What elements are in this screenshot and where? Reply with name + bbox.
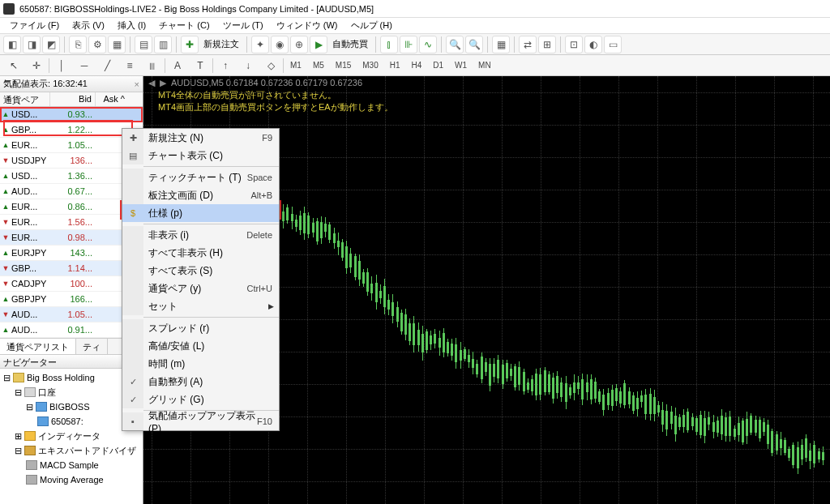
ctx-hide[interactable]: 非表示 (i)Delete [122,226,279,244]
title-bar: 650587: BIGBOSSHoldings-LIVE2 - Big Boss… [0,0,830,18]
menu-chart[interactable]: チャート (C) [152,18,216,33]
col-ask[interactable]: Ask ^ [96,92,128,106]
tab-symbol-list[interactable]: 通貨ペアリスト [0,339,76,354]
tf-h4[interactable]: H4 [407,59,427,71]
ctx-spread[interactable]: スプレッド (r) [122,319,279,337]
toolbar-icon[interactable]: ⚙ [88,36,106,53]
chart-candle-icon[interactable]: ⊪ [400,36,417,53]
tf-m30[interactable]: M30 [357,59,383,71]
channel-icon[interactable]: ≡ [119,58,140,74]
tab-tick[interactable]: ティ [76,339,108,354]
context-menu: ✚新規注文 (N)F9 ▤チャート表示 (C) ティックチャート (T)Spac… [122,128,280,431]
fib-icon[interactable]: ⫼ [142,58,163,74]
toolbar-icon[interactable]: ⊡ [565,36,583,53]
tf-mn[interactable]: MN [473,59,496,71]
toolbar-icon[interactable]: ⇄ [519,36,537,53]
tf-m1[interactable]: M1 [285,59,306,71]
ctx-show-all[interactable]: すべて表示 (S) [122,262,279,280]
tf-d1[interactable]: D1 [428,59,448,71]
toolbar-icon[interactable]: ◩ [42,36,60,53]
toolbar-icon[interactable]: ▦ [492,36,510,53]
ctx-tick-chart[interactable]: ティックチャート (T)Space [122,169,279,186]
toolbar-icon[interactable]: ▦ [108,36,126,53]
menu-bar: ファイル (F) 表示 (V) 挿入 (I) チャート (C) ツール (T) … [0,18,830,34]
ctx-specification[interactable]: $仕様 (p) [122,204,279,222]
vline-icon[interactable]: │ [51,58,72,74]
warning-text-2: MT4画面上部の自動売買ボタンを押すとEAが動作します。 [143,101,830,113]
main-toolbar: ◧ ◨ ◩ ⎘ ⚙ ▦ ▤ ▥ ✚ 新規注文 ✦ ◉ ⊕ ▶ 自動売買 ⫿ ⊪ … [0,34,830,55]
warning-text-1: MT4全体の自動売買が許可されていません。 [143,89,830,101]
chevron-right-icon[interactable]: ▶ [160,78,166,88]
chart-line-icon[interactable]: ∿ [419,36,437,53]
cursor-icon[interactable]: ↖ [3,58,24,74]
marketwatch-header: 気配値表示: 16:32:41 × [0,76,143,92]
menu-help[interactable]: ヘルプ (H) [344,18,399,33]
zoom-in-icon[interactable]: 🔍 [446,36,464,53]
ctx-new-order[interactable]: ✚新規注文 (N)F9 [122,129,279,147]
ctx-time[interactable]: 時間 (m) [122,355,279,373]
autotrade-icon[interactable]: ▶ [310,36,327,53]
drawing-toolbar: ↖ ✛ │ ─ ╱ ≡ ⫼ A T ↑ ↓ ◇ M1 M5 M15 M30 H1… [0,55,830,76]
toolbar-icon[interactable]: ▥ [154,36,172,53]
ctx-auto-arrange[interactable]: 自動整列 (A) [122,373,279,391]
toolbar-icon[interactable]: ◨ [23,36,41,53]
toolbar-icon[interactable]: ⊞ [538,36,556,53]
tf-h1[interactable]: H1 [385,59,405,71]
zoom-out-icon[interactable]: 🔍 [465,36,483,53]
tf-m15[interactable]: M15 [331,59,356,71]
ctx-hide-all[interactable]: すべて非表示 (H) [122,244,279,262]
window-title: 650587: BIGBOSSHoldings-LIVE2 - Big Boss… [19,4,374,14]
ctx-pairs[interactable]: 通貨ペア (y)Ctrl+U [122,280,279,297]
ctx-chart-view[interactable]: ▤チャート表示 (C) [122,147,279,164]
menu-window[interactable]: ウィンドウ (W) [270,18,344,33]
label-icon[interactable]: T [190,58,211,74]
tf-w1[interactable]: W1 [450,59,472,71]
new-order-icon[interactable]: ✚ [181,36,199,53]
menu-tool[interactable]: ツール (T) [216,18,270,33]
text-icon[interactable]: A [167,58,188,74]
col-bid[interactable]: Bid [50,92,96,106]
trendline-icon[interactable]: ╱ [96,58,118,74]
marketwatch-columns: 通貨ペア Bid Ask ^ [0,92,143,107]
app-icon [3,3,15,15]
ctx-hilo[interactable]: 高値/安値 (L) [122,337,279,355]
tf-m5[interactable]: M5 [308,59,329,71]
toolbar-icon[interactable]: ▤ [135,36,152,53]
ctx-popup[interactable]: ▪気配値ポップアップ表示 (P)F10 [122,412,279,430]
objects-icon[interactable]: ◇ [260,58,281,74]
arrow-up-icon[interactable]: ↑ [215,58,236,74]
toolbar-icon[interactable]: ⎘ [69,36,87,53]
crosshair-icon[interactable]: ✛ [26,58,47,74]
chart-header: ◀ ▶ AUDUSD,M5 0.67184 0.67236 0.67179 0.… [143,76,830,89]
marketwatch-row[interactable]: ▲USD...0.93... [0,107,143,122]
toolbar-icon[interactable]: ◧ [3,36,21,53]
hline-icon[interactable]: ─ [74,58,95,74]
toolbar-icon[interactable]: ◉ [271,36,289,53]
toolbar-icon[interactable]: ▭ [604,36,622,53]
toolbar-icon[interactable]: ⊕ [290,36,308,53]
close-icon[interactable]: × [135,79,139,89]
menu-view[interactable]: 表示 (V) [66,18,111,33]
col-symbol[interactable]: 通貨ペア [0,92,50,106]
toolbar-icon[interactable]: ◐ [584,36,602,53]
chart-bar-icon[interactable]: ⫿ [380,36,398,53]
toolbar-icon[interactable]: ✦ [251,36,269,53]
ctx-set[interactable]: セット▶ [122,297,279,315]
arrow-down-icon[interactable]: ↓ [237,58,259,74]
new-order-button[interactable]: 新規注文 [200,38,242,50]
autotrade-button[interactable]: 自動売買 [329,38,371,50]
ctx-depth[interactable]: 板注文画面 (D)Alt+B [122,186,279,204]
ctx-grid[interactable]: グリッド (G) [122,391,279,408]
menu-file[interactable]: ファイル (F) [3,18,66,33]
menu-insert[interactable]: 挿入 (I) [111,18,152,33]
